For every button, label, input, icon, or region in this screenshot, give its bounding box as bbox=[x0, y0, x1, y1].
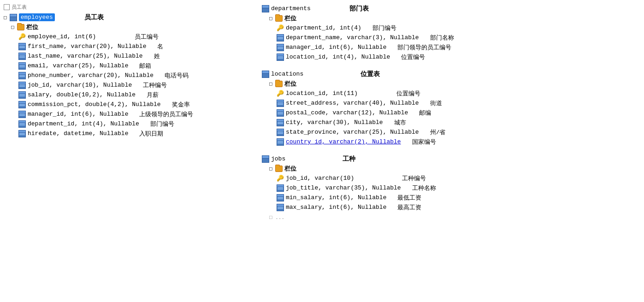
field-name-first_name: first_name, varchar(20), Nullable bbox=[28, 43, 146, 50]
col-icon-manager_id bbox=[18, 111, 26, 118]
employees-table-label: 员工表 bbox=[84, 13, 104, 22]
fname-job-title: job_title, varchar(35), Nullable bbox=[286, 184, 401, 191]
comment-email: 邮箱 bbox=[139, 62, 151, 70]
key-icon-dept-id: 🔑 bbox=[277, 24, 284, 32]
checkbox-icon[interactable] bbox=[4, 4, 10, 10]
more-indicator: □ ... bbox=[269, 214, 455, 221]
fname-dept-name: department_name, varchar(3), Nullable bbox=[286, 34, 419, 41]
locations-header: locations 位置表 bbox=[262, 69, 455, 79]
field-dept-manager_id: manager_id, int(6), Nullable 部门领导的员工编号 bbox=[277, 42, 455, 52]
field-employee_id: 🔑 employee_id, int(6) 员工编号 bbox=[18, 32, 262, 41]
comment-manager_id: 上级领导的员工编号 bbox=[139, 110, 193, 118]
col-icon-email bbox=[18, 62, 26, 70]
fname-postal: postal_code, varchar(12), Nullable bbox=[286, 109, 408, 116]
table-name-jobs[interactable]: jobs bbox=[271, 155, 285, 162]
comment-department_id: 部门编号 bbox=[150, 120, 174, 128]
expand-jobs-cols[interactable]: □ bbox=[269, 166, 272, 172]
field-salary: salary, double(10,2), Nullable 月薪 bbox=[18, 90, 262, 100]
cmt-dept-id: 部门编号 bbox=[372, 24, 396, 32]
field-job_title: job_title, varchar(35), Nullable 工种名称 bbox=[277, 183, 455, 193]
columns-folder-locations[interactable]: □ 栏位 bbox=[269, 79, 455, 89]
table-icon-locations bbox=[262, 71, 269, 78]
col-icon-salary bbox=[18, 91, 26, 99]
field-name-department_id: department_id, int(4), Nullable bbox=[28, 120, 139, 127]
cols-label-loc: 栏位 bbox=[284, 80, 296, 88]
col-icon-first_name bbox=[18, 43, 26, 50]
col-icon-job_id bbox=[18, 82, 26, 89]
field-postal_code: postal_code, varchar(12), Nullable 邮编 bbox=[277, 108, 455, 118]
col-icon-job-title bbox=[277, 184, 284, 192]
expand-loc-cols[interactable]: □ bbox=[269, 81, 272, 87]
employees-row[interactable]: □ employees 员工表 bbox=[4, 12, 262, 22]
table-icon-jobs bbox=[262, 155, 269, 163]
table-name-departments[interactable]: departments bbox=[271, 5, 311, 12]
col-icon-last_name bbox=[18, 53, 26, 60]
field-name-commission: commission_pct, double(4,2), Nullable bbox=[28, 101, 161, 108]
cmt-loc-id: 位置编号 bbox=[396, 89, 420, 98]
col-icon-street bbox=[277, 100, 284, 107]
jobs-block: jobs 工种 □ 栏位 🔑 job_id, varchar(10) 工种编号 … bbox=[262, 154, 455, 221]
field-first_name: first_name, varchar(20), Nullable 名 bbox=[18, 41, 262, 51]
table-icon-departments bbox=[262, 5, 269, 12]
field-email: email, varchar(25), Nullable 邮箱 bbox=[18, 61, 262, 71]
columns-folder-jobs[interactable]: □ 栏位 bbox=[269, 164, 455, 173]
folder-icon-jobs bbox=[275, 166, 283, 172]
field-name-last_name: last_name, varchar(25), Nullable bbox=[28, 53, 143, 59]
fname-dept-loc: location_id, int(4), Nullable bbox=[286, 53, 390, 60]
loc-table-label: 位置表 bbox=[360, 70, 380, 78]
employees-fields: 🔑 employee_id, int(6) 员工编号 first_name, v… bbox=[4, 32, 262, 138]
field-hiredate: hiredate, datetime, Nullable 入职日期 bbox=[18, 129, 262, 138]
folder-icon-loc bbox=[275, 81, 283, 87]
col-icon-city bbox=[277, 119, 284, 126]
columns-folder-departments[interactable]: □ 栏位 bbox=[269, 13, 455, 23]
fname-country[interactable]: country_id, varchar(2), Nullable bbox=[286, 138, 401, 145]
key-icon-loc-id: 🔑 bbox=[277, 90, 284, 97]
field-name-hiredate: hiredate, datetime, Nullable bbox=[28, 130, 128, 137]
table-name-locations[interactable]: locations bbox=[271, 71, 303, 77]
cmt-state: 州/省 bbox=[430, 128, 446, 136]
top-bar: 员工表 bbox=[4, 4, 262, 11]
expand-dept-cols[interactable]: □ bbox=[269, 15, 272, 21]
cmt-min-salary: 最低工资 bbox=[397, 194, 421, 202]
main-container: 员工表 □ employees 员工表 □ 栏位 🔑 employee_id, … bbox=[0, 0, 644, 302]
field-max_salary: max_salary, int(6), Nullable 最高工资 bbox=[277, 202, 455, 212]
cmt-job-id: 工种编号 bbox=[402, 174, 426, 183]
expand-columns[interactable]: □ bbox=[11, 24, 14, 30]
cmt-dept-loc: 位置编号 bbox=[401, 53, 425, 61]
col-icon-department_id bbox=[18, 120, 26, 128]
field-street_address: street_address, varchar(40), Nullable 街道 bbox=[277, 98, 455, 108]
col-icon-phone bbox=[18, 72, 26, 79]
table-name-employees[interactable]: employees bbox=[19, 13, 55, 21]
folder-icon-employees bbox=[17, 24, 24, 30]
field-state_province: state_province, varchar(25), Nullable 州/… bbox=[277, 127, 455, 137]
more-text: □ ... bbox=[269, 215, 284, 220]
cmt-postal: 邮编 bbox=[419, 109, 431, 117]
cmt-city: 城市 bbox=[394, 118, 406, 127]
right-panel: departments 部门表 □ 栏位 🔑 department_id, in… bbox=[262, 4, 640, 298]
fname-job-id: job_id, varchar(10) bbox=[286, 175, 354, 182]
col-icon-dept-name bbox=[277, 34, 284, 41]
departments-header: departments 部门表 bbox=[262, 4, 455, 13]
columns-folder-employees[interactable]: □ 栏位 bbox=[11, 22, 262, 32]
columns-label-employees: 栏位 bbox=[26, 23, 38, 31]
col-icon-dept-mgr bbox=[277, 44, 284, 51]
key-icon-job-id: 🔑 bbox=[277, 175, 284, 182]
comment-first_name: 名 bbox=[157, 42, 163, 51]
expand-employees[interactable]: □ bbox=[4, 14, 7, 20]
cmt-dept-mgr: 部门领导的员工编号 bbox=[397, 43, 451, 52]
field-department_name: department_name, varchar(3), Nullable 部门… bbox=[277, 33, 455, 42]
comment-last_name: 姓 bbox=[154, 52, 160, 60]
field-department_id: department_id, int(4), Nullable 部门编号 bbox=[18, 119, 262, 129]
field-job_id-jobs: 🔑 job_id, varchar(10) 工种编号 bbox=[277, 173, 455, 183]
key-icon-employee_id: 🔑 bbox=[18, 33, 26, 41]
cmt-job-title: 工种名称 bbox=[412, 184, 436, 192]
cmt-max-salary: 最高工资 bbox=[397, 203, 421, 212]
cols-label-jobs: 栏位 bbox=[284, 165, 296, 173]
field-last_name: last_name, varchar(25), Nullable 姓 bbox=[18, 51, 262, 61]
field-commission_pct: commission_pct, double(4,2), Nullable 奖金… bbox=[18, 100, 262, 109]
fname-dept-mgr: manager_id, int(6), Nullable bbox=[286, 44, 386, 51]
col-icon-state bbox=[277, 129, 284, 136]
cols-label-dept: 栏位 bbox=[284, 14, 296, 23]
comment-salary: 月薪 bbox=[147, 91, 159, 99]
cmt-street: 街道 bbox=[430, 99, 442, 107]
